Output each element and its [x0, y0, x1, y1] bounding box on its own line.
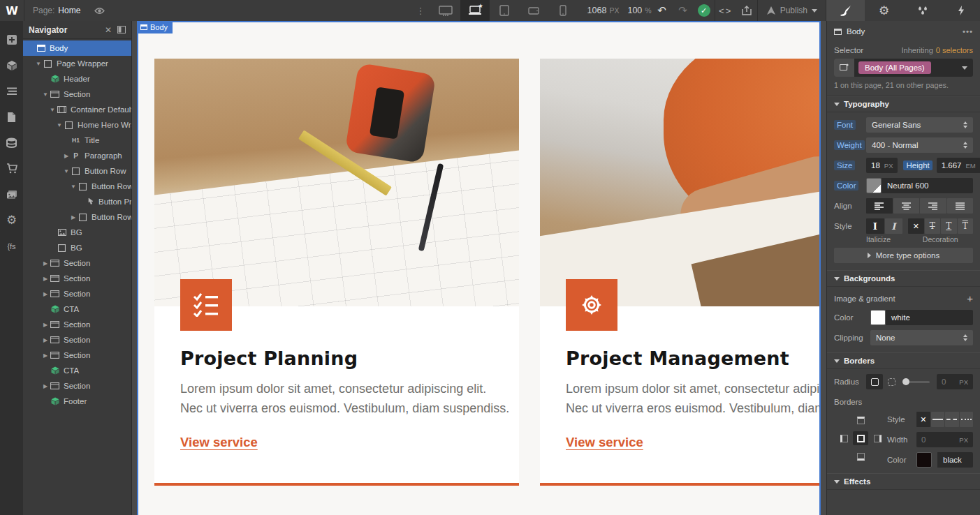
tab-style-brush-icon[interactable]: [826, 0, 865, 21]
height-input[interactable]: 1.667 EM: [937, 158, 980, 173]
navigator-item-cta[interactable]: CTA: [23, 363, 131, 378]
expand-arrow-icon[interactable]: ▶: [62, 153, 71, 159]
bg-color-swatch[interactable]: [870, 310, 886, 325]
size-input[interactable]: 18 PX: [866, 158, 898, 173]
service-card[interactable]: Project Planning Lorem ipsum dolor sit a…: [154, 59, 519, 486]
tab-interactions-bolt-icon[interactable]: [942, 0, 980, 21]
ecommerce-icon[interactable]: [0, 156, 23, 181]
selector-input[interactable]: Body (All Pages): [834, 59, 973, 77]
more-type-options-button[interactable]: More type options: [834, 248, 973, 263]
navigator-item-section[interactable]: ▶Section: [23, 317, 131, 332]
canvas-zoom-value[interactable]: 100: [627, 6, 642, 15]
navigator-item-cta[interactable]: CTA: [23, 301, 131, 317]
collapse-arrow-icon[interactable]: ▼: [69, 184, 78, 190]
collapse-arrow-icon[interactable]: ▼: [62, 168, 71, 174]
expand-arrow-icon[interactable]: ▶: [41, 291, 50, 297]
decoration-overline-icon[interactable]: T: [958, 218, 974, 234]
navigator-icon[interactable]: [0, 78, 23, 104]
navigator-close-icon[interactable]: ✕: [105, 25, 112, 35]
navigator-item-button-primary[interactable]: Button Primary: [23, 194, 131, 209]
share-icon[interactable]: [736, 0, 757, 21]
border-color-swatch[interactable]: [916, 452, 932, 468]
border-bottom-icon[interactable]: [853, 449, 868, 463]
radius-slider-thumb[interactable]: [902, 378, 909, 385]
pages-icon[interactable]: [0, 104, 23, 130]
navigator-item-container-default[interactable]: ▼Container Default: [23, 102, 131, 117]
navigator-item-section[interactable]: ▼Section: [23, 87, 131, 102]
navigator-item-title[interactable]: H1Title: [23, 133, 131, 148]
collapse-arrow-icon[interactable]: ▼: [41, 91, 50, 98]
body-element[interactable]: Project Planning Lorem ipsum dolor sit a…: [137, 21, 821, 515]
add-icon[interactable]: [0, 27, 23, 52]
expand-arrow-icon[interactable]: ▶: [41, 337, 50, 343]
navigator-item-bg[interactable]: BG: [23, 240, 131, 255]
navigator-item-section[interactable]: ▶Section: [23, 348, 131, 363]
components-icon[interactable]: [0, 52, 23, 78]
cms-icon[interactable]: [0, 130, 23, 156]
navigator-item-button-row[interactable]: ▼Button Row: [23, 163, 131, 179]
border-color-value[interactable]: black: [937, 452, 973, 468]
undo-icon[interactable]: ↶: [652, 0, 673, 21]
apps-icon[interactable]: {fs: [0, 233, 23, 259]
navigator-item-home-hero-wrapper[interactable]: ▼Home Hero Wrapper: [23, 117, 131, 133]
text-color-swatch[interactable]: [866, 178, 882, 193]
expand-arrow-icon[interactable]: ▶: [41, 276, 50, 282]
navigator-item-section[interactable]: ▶Section: [23, 378, 131, 394]
align-left-icon[interactable]: [866, 198, 893, 214]
selector-dropdown-caret-icon[interactable]: [962, 66, 967, 70]
export-code-icon[interactable]: <>: [715, 0, 736, 21]
assets-icon[interactable]: [0, 181, 23, 207]
navigator-item-footer[interactable]: Footer: [23, 394, 131, 409]
border-width-input[interactable]: 0 PX: [916, 432, 973, 447]
radius-input[interactable]: 0 PX: [937, 374, 973, 389]
add-background-icon[interactable]: +: [967, 292, 973, 304]
canvas-width-value[interactable]: 1068: [587, 6, 607, 15]
border-left-icon[interactable]: [836, 431, 851, 445]
publish-button[interactable]: Publish: [758, 0, 826, 21]
selector-style-icon[interactable]: [834, 59, 855, 77]
align-center-icon[interactable]: [893, 198, 920, 214]
clipping-select[interactable]: None: [870, 330, 973, 345]
collapse-arrow-icon[interactable]: ▼: [34, 61, 43, 67]
redo-icon[interactable]: ↷: [673, 0, 694, 21]
collapse-arrow-icon[interactable]: ▼: [55, 122, 64, 128]
collapse-arrow-icon[interactable]: ▼: [48, 107, 57, 113]
align-justify-icon[interactable]: [947, 198, 974, 214]
breakpoint-tablet-icon[interactable]: [490, 0, 519, 21]
navigator-item-button-row-last[interactable]: ▶Button Row Last: [23, 209, 131, 225]
navigator-item-header[interactable]: Header: [23, 71, 131, 87]
radius-slider[interactable]: [902, 381, 930, 383]
navigator-item-bg[interactable]: BG: [23, 225, 131, 240]
page-switcher[interactable]: Page: Home: [24, 0, 89, 21]
text-color-label[interactable]: Color: [834, 181, 858, 191]
border-all-icon[interactable]: [853, 431, 868, 445]
bg-color-value[interactable]: white: [886, 310, 973, 325]
navigator-item-button-row-first[interactable]: ▼Button Row First: [23, 179, 131, 194]
breakpoint-mobile-landscape-icon[interactable]: [519, 0, 548, 21]
section-typography[interactable]: Typography: [827, 96, 980, 112]
expand-arrow-icon[interactable]: ▶: [41, 383, 50, 389]
text-color-value[interactable]: Neutral 600: [882, 178, 973, 193]
inheriting-count[interactable]: 0 selectors: [936, 46, 973, 54]
border-style-dashed-icon[interactable]: [945, 412, 959, 427]
view-service-link[interactable]: View service: [180, 435, 258, 450]
breakpoint-mobile-portrait-icon[interactable]: [548, 0, 578, 21]
webflow-logo-icon[interactable]: W: [0, 0, 24, 21]
radius-corners-icon[interactable]: [883, 374, 900, 389]
expand-arrow-icon[interactable]: ▶: [41, 260, 50, 267]
italic-off-icon[interactable]: I: [866, 218, 884, 234]
navigator-dock-icon[interactable]: [117, 26, 126, 33]
view-service-link[interactable]: View service: [566, 435, 643, 450]
radius-all-icon[interactable]: [866, 374, 883, 389]
navigator-item-section[interactable]: ▶Section: [23, 255, 131, 271]
navigator-item-page-wrapper[interactable]: ▼Page Wrapper: [23, 56, 131, 71]
navigator-item-body[interactable]: Body: [23, 40, 131, 56]
navigator-item-section[interactable]: ▶Section: [23, 286, 131, 301]
preview-eye-icon[interactable]: [89, 0, 110, 21]
selector-class-pill[interactable]: Body (All Pages): [858, 61, 931, 74]
toolbar-overflow-icon[interactable]: ⋮: [411, 6, 431, 16]
section-effects[interactable]: Effects: [827, 473, 980, 490]
panel-menu-icon[interactable]: •••: [963, 27, 973, 36]
service-card[interactable]: Project Management Lorem ipsum dolor sit…: [540, 59, 821, 486]
border-style-dotted-icon[interactable]: [960, 412, 974, 427]
